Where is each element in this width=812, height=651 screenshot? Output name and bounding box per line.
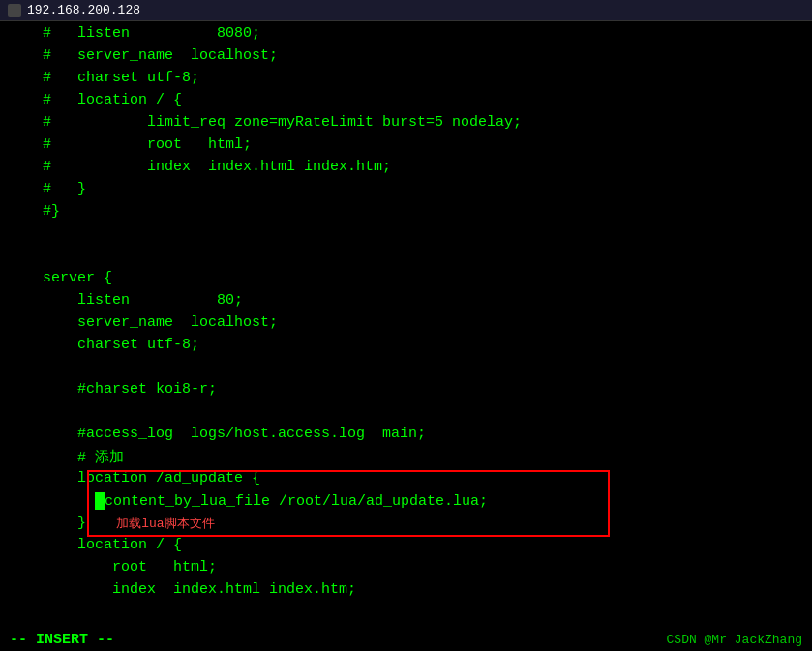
code-line: # 添加	[0, 448, 812, 470]
code-line	[0, 403, 812, 426]
code-line: listen 80;	[0, 292, 812, 314]
code-line-content: # charset utf-8;	[8, 70, 199, 86]
code-line: charset utf-8;	[0, 337, 812, 359]
code-line-content: #}	[8, 203, 60, 220]
code-line-content: charset utf-8;	[8, 337, 199, 353]
watermark-label: CSDN @Mr JackZhang	[667, 633, 802, 647]
code-line: # root html;	[0, 136, 812, 159]
code-line: # listen 8080;	[0, 25, 812, 47]
code-line: root html;	[0, 559, 812, 581]
annotation-text: 加载lua脚本文件	[86, 515, 215, 532]
code-line: # charset utf-8;	[0, 70, 812, 92]
code-line: server_name localhost;	[0, 314, 812, 337]
code-line-content: server_name localhost;	[8, 314, 278, 331]
code-line-content: # index index.html index.htm;	[8, 159, 391, 175]
code-line	[0, 248, 812, 270]
code-line: #access_log logs/host.access.log main;	[0, 426, 812, 448]
code-line-content: # server_name localhost;	[8, 47, 278, 64]
code-line-content: # limit_req zone=myRateLimit burst=5 nod…	[8, 114, 522, 131]
code-line-content: location /ad_update {	[8, 470, 260, 487]
code-line: location /ad_update {	[0, 470, 812, 492]
code-line: content_by_lua_file /root/lua/ad_update.…	[0, 492, 812, 515]
code-line-content: # 添加	[8, 448, 124, 466]
code-line-content: root html;	[8, 559, 217, 576]
code-line-content: # location / {	[8, 92, 182, 108]
code-line: # index index.html index.htm;	[0, 159, 812, 181]
code-line-content: server {	[8, 270, 112, 286]
code-line	[0, 225, 812, 248]
code-line-content: }	[8, 515, 86, 531]
code-line-content: location / {	[8, 537, 182, 553]
code-line: #}	[0, 203, 812, 225]
window-title: 192.168.200.128	[27, 3, 140, 17]
code-line-content: index index.html index.htm;	[8, 581, 356, 598]
code-line: # location / {	[0, 92, 812, 114]
code-line: # }	[0, 181, 812, 203]
code-line-content: # }	[8, 181, 86, 197]
code-line-content: #access_log logs/host.access.log main;	[8, 426, 426, 442]
code-line-content: content_by_lua_file /root/lua/ad_update.…	[8, 492, 488, 510]
code-line: #charset koi8-r;	[0, 381, 812, 403]
code-line	[0, 359, 812, 381]
insert-mode-label: -- INSERT --	[10, 632, 114, 648]
text-cursor	[95, 492, 105, 510]
code-line-content: listen 80;	[8, 292, 243, 309]
code-line: # limit_req zone=myRateLimit burst=5 nod…	[0, 114, 812, 136]
window-icon	[8, 4, 21, 17]
code-line: server {	[0, 270, 812, 292]
code-line-content: #charset koi8-r;	[8, 381, 217, 398]
code-line: location / {	[0, 537, 812, 559]
code-line: } 加载lua脚本文件	[0, 515, 812, 537]
code-line-content: # root html;	[8, 136, 252, 153]
terminal-window: 192.168.200.128 # listen 8080; # server_…	[0, 0, 812, 651]
title-bar: 192.168.200.128	[0, 0, 812, 21]
code-area: # listen 8080; # server_name localhost; …	[0, 21, 812, 628]
code-line-content: # listen 8080;	[8, 25, 260, 42]
code-line: # server_name localhost;	[0, 47, 812, 70]
status-bar: -- INSERT -- CSDN @Mr JackZhang	[0, 628, 812, 651]
code-line: index index.html index.htm;	[0, 581, 812, 604]
